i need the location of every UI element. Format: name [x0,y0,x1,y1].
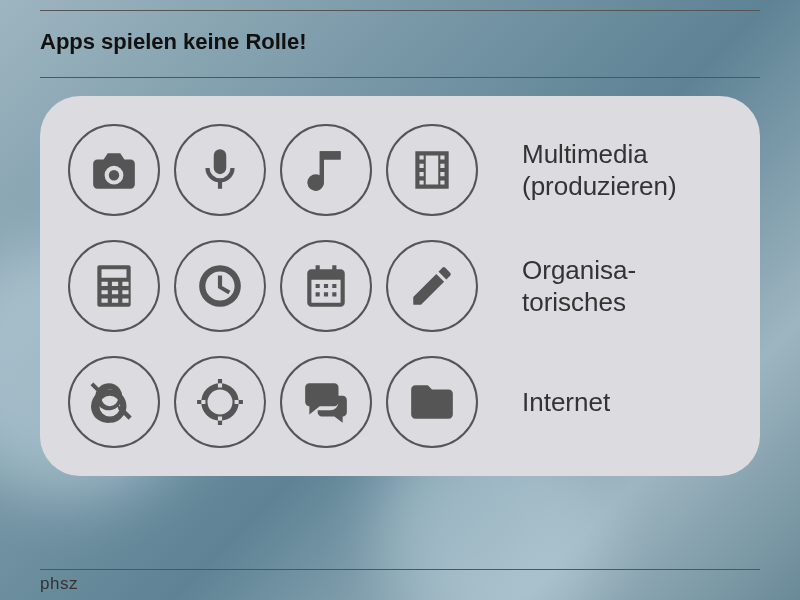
search-icon [68,356,160,448]
row-multimedia-label: Multimedia (produzieren) [522,138,677,203]
icon-panel: Multimedia (produzieren) Organisa- toris… [40,96,760,476]
row-internet-label: Internet [522,386,610,419]
music-note-icon [280,124,372,216]
row-organisation: Organisa- torisches [68,240,720,332]
camera-icon [68,124,160,216]
calendar-icon [280,240,372,332]
microphone-icon [174,124,266,216]
divider-footer [40,569,760,570]
row-internet-icons [68,356,478,448]
row-internet: Internet [68,356,720,448]
row-multimedia-icons [68,124,478,216]
target-icon [174,356,266,448]
footer-brand: phsz [40,574,760,594]
slide-title: Apps spielen keine Rolle! [40,11,760,77]
chat-icon [280,356,372,448]
pencil-icon [386,240,478,332]
film-icon [386,124,478,216]
row-organisation-icons [68,240,478,332]
footer: phsz [40,569,760,594]
row-organisation-label: Organisa- torisches [522,254,636,319]
divider-under-title [40,77,760,78]
clock-icon [174,240,266,332]
folder-icon [386,356,478,448]
calculator-icon [68,240,160,332]
row-multimedia: Multimedia (produzieren) [68,124,720,216]
